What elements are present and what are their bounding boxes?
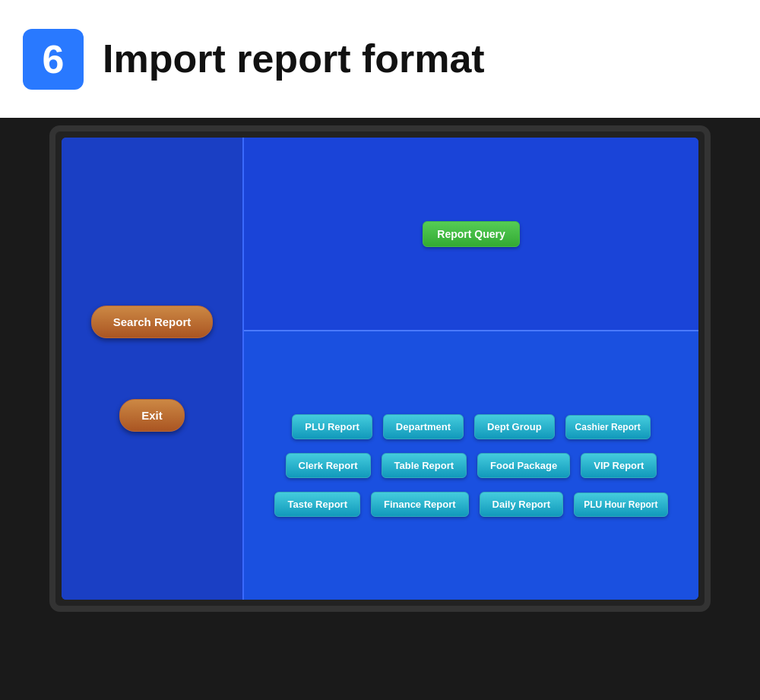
exit-button[interactable]: Exit: [119, 399, 185, 432]
plu-hour-report-button[interactable]: PLU Hour Report: [574, 493, 667, 517]
step-badge: 6: [23, 29, 84, 90]
bottom-panel: PLU Report Department Dept Group Cashier…: [244, 331, 698, 600]
dept-group-button[interactable]: Dept Group: [474, 414, 555, 439]
button-row-2: Clerk Report Table Report Food Package V…: [286, 453, 657, 478]
table-report-button[interactable]: Table Report: [382, 453, 467, 478]
button-row-1: PLU Report Department Dept Group Cashier…: [292, 414, 650, 439]
sidebar: Search Report Exit: [62, 138, 244, 600]
clerk-report-button[interactable]: Clerk Report: [286, 453, 371, 478]
plu-report-button[interactable]: PLU Report: [292, 414, 372, 439]
page-title: Import report format: [103, 37, 485, 81]
header: 6 Import report format: [0, 0, 760, 118]
food-package-button[interactable]: Food Package: [477, 453, 570, 478]
cashier-report-button[interactable]: Cashier Report: [565, 415, 651, 439]
taste-report-button[interactable]: Taste Report: [274, 492, 360, 517]
top-panel: Report Query: [244, 138, 698, 331]
report-query-button[interactable]: Report Query: [423, 221, 519, 247]
search-report-button[interactable]: Search Report: [91, 306, 214, 338]
finance-report-button[interactable]: Finance Report: [371, 492, 469, 517]
main-area: Report Query PLU Report Department Dept …: [244, 138, 698, 600]
screen: Search Report Exit Report Query PLU Repo…: [62, 138, 698, 600]
button-row-3: Taste Report Finance Report Daily Report…: [274, 492, 667, 517]
daily-report-button[interactable]: Daily Report: [480, 492, 564, 517]
monitor: Search Report Exit Report Query PLU Repo…: [49, 125, 711, 612]
department-button[interactable]: Department: [383, 414, 464, 439]
vip-report-button[interactable]: VIP Report: [581, 453, 657, 478]
